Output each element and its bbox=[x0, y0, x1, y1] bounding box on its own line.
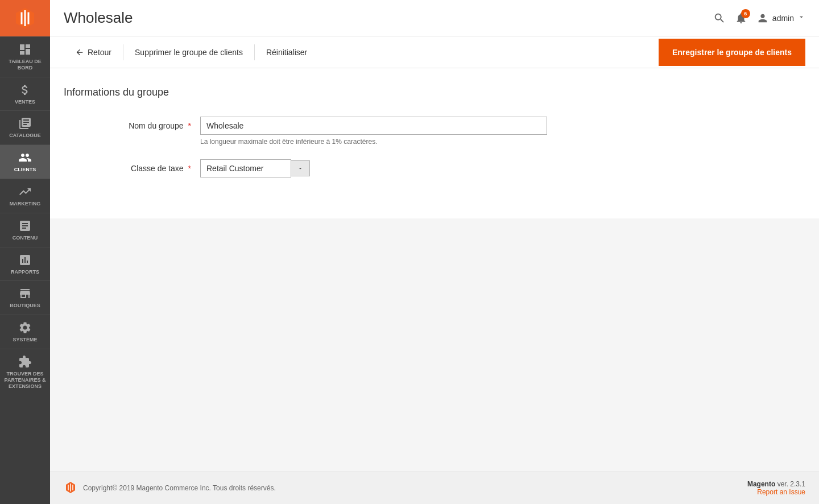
sidebar-item-clients[interactable]: CLIENTS bbox=[0, 144, 50, 179]
select-dropdown-button[interactable] bbox=[291, 160, 310, 176]
footer-version-number: ver. 2.3.1 bbox=[777, 480, 805, 488]
section-title: Informations du groupe bbox=[64, 86, 805, 98]
sidebar: TABLEAU DE BORD VENTES CATALOGUE CLIENTS… bbox=[0, 0, 50, 504]
sidebar-item-contenu[interactable]: CONTENU bbox=[0, 213, 50, 247]
delete-label: Supprimer le groupe de clients bbox=[135, 48, 243, 57]
tax-class-row: Classe de taxe * Retail Customer Wholesa… bbox=[64, 159, 576, 177]
sidebar-item-rapports[interactable]: RAPPORTS bbox=[0, 247, 50, 281]
sidebar-item-label: TABLEAU DE BORD bbox=[2, 59, 48, 71]
sidebar-item-label: RAPPORTS bbox=[11, 269, 39, 275]
sidebar-item-label: VENTES bbox=[15, 99, 35, 105]
chevron-down-icon bbox=[797, 13, 805, 23]
content-area: Informations du groupe Nom du groupe * L… bbox=[50, 68, 819, 472]
footer-logo bbox=[64, 481, 77, 496]
tax-class-label: Classe de taxe * bbox=[64, 159, 200, 173]
sidebar-item-label: BOUTIQUES bbox=[10, 303, 40, 309]
admin-user-menu[interactable]: admin bbox=[756, 12, 805, 24]
sidebar-item-ventes[interactable]: VENTES bbox=[0, 77, 50, 111]
footer-copyright: Copyright© 2019 Magento Commerce Inc. To… bbox=[83, 484, 747, 492]
tax-class-select-wrapper: Retail Customer Wholesale None bbox=[200, 159, 342, 177]
reset-button[interactable]: Réinitialiser bbox=[255, 36, 318, 68]
footer-version-label: Magento bbox=[747, 480, 775, 488]
tax-class-field-wrap: Retail Customer Wholesale None bbox=[200, 159, 576, 177]
tax-class-select[interactable]: Retail Customer Wholesale None bbox=[200, 159, 291, 177]
sidebar-item-label: CATALOGUE bbox=[9, 133, 41, 139]
required-star-2: * bbox=[188, 164, 191, 173]
sidebar-item-marketing[interactable]: MARKETING bbox=[0, 179, 50, 213]
delete-button[interactable]: Supprimer le groupe de clients bbox=[123, 36, 254, 68]
save-button[interactable]: Enregistrer le groupe de clients bbox=[659, 39, 805, 66]
sidebar-item-label: MARKETING bbox=[10, 201, 41, 207]
page-title: Wholesale bbox=[64, 9, 713, 27]
search-icon[interactable] bbox=[713, 12, 726, 24]
group-name-field-wrap: La longueur maximale doit être inférieur… bbox=[200, 117, 576, 146]
sidebar-item-boutiques[interactable]: BOUTIQUES bbox=[0, 280, 50, 315]
group-name-input[interactable] bbox=[200, 117, 547, 135]
top-header: Wholesale 6 admin bbox=[50, 0, 819, 36]
back-button[interactable]: Retour bbox=[64, 36, 123, 68]
sidebar-item-tableau-de-bord[interactable]: TABLEAU DE BORD bbox=[0, 36, 50, 77]
form-section: Informations du groupe Nom du groupe * L… bbox=[50, 68, 819, 218]
header-actions: 6 admin bbox=[713, 12, 805, 24]
group-name-label: Nom du groupe * bbox=[64, 117, 200, 130]
footer: Copyright© 2019 Magento Commerce Inc. To… bbox=[50, 472, 819, 504]
group-name-hint: La longueur maximale doit être inférieur… bbox=[200, 138, 576, 146]
magento-logo[interactable] bbox=[0, 0, 50, 36]
main-content: Wholesale 6 admin Retour Su bbox=[50, 0, 819, 504]
footer-version: Magento ver. 2.3.1 Report an Issue bbox=[747, 480, 805, 496]
save-label: Enregistrer le groupe de clients bbox=[672, 48, 792, 57]
sidebar-item-systeme[interactable]: SYSTÈME bbox=[0, 315, 50, 349]
sidebar-item-extensions[interactable]: TROUVER DES PARTENAIRES & EXTENSIONS bbox=[0, 349, 50, 395]
reset-label: Réinitialiser bbox=[266, 48, 307, 57]
sidebar-item-catalogue[interactable]: CATALOGUE bbox=[0, 110, 50, 144]
notification-badge: 6 bbox=[741, 9, 750, 18]
sidebar-item-label: CLIENTS bbox=[14, 167, 36, 173]
back-label: Retour bbox=[88, 48, 111, 57]
group-name-row: Nom du groupe * La longueur maximale doi… bbox=[64, 117, 576, 146]
sidebar-item-label: TROUVER DES PARTENAIRES & EXTENSIONS bbox=[2, 371, 48, 389]
toolbar: Retour Supprimer le groupe de clients Ré… bbox=[50, 36, 819, 68]
notification-bell[interactable]: 6 bbox=[735, 12, 747, 24]
report-issue-link[interactable]: Report an Issue bbox=[747, 488, 805, 496]
sidebar-item-label: SYSTÈME bbox=[13, 337, 37, 343]
admin-label: admin bbox=[772, 14, 794, 23]
sidebar-item-label: CONTENU bbox=[13, 235, 38, 241]
required-star: * bbox=[188, 121, 191, 130]
